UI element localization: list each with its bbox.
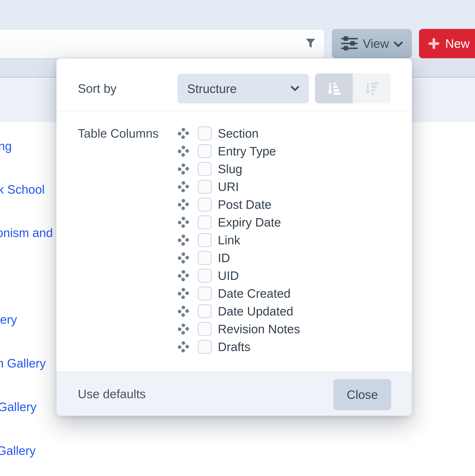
column-checkbox[interactable] (198, 198, 212, 211)
column-option-row: Post Date (178, 196, 300, 213)
close-button[interactable]: Close (333, 379, 391, 410)
column-label: Expiry Date (218, 215, 281, 229)
sort-attribute-select[interactable]: Structure (177, 74, 309, 103)
popup-footer: Use defaults Close (56, 372, 412, 416)
column-checkbox[interactable] (198, 304, 212, 318)
column-option-row: URI (178, 178, 300, 196)
column-label: URI (218, 180, 239, 194)
column-label: Section (218, 126, 258, 140)
column-checkbox[interactable] (198, 144, 212, 158)
column-label: Date Created (218, 286, 290, 301)
sort-attribute-value: Structure (187, 82, 291, 96)
drag-handle-icon[interactable] (178, 163, 189, 174)
use-defaults-link[interactable]: Use defaults (78, 387, 146, 401)
column-label: Entry Type (218, 144, 276, 158)
entry-link[interactable]: onism and (0, 226, 53, 240)
column-checkbox[interactable] (198, 287, 212, 300)
sort-descending-button[interactable] (353, 73, 390, 103)
column-option-row: Expiry Date (178, 213, 300, 231)
entries-index-page: ng k School onism and lery n Gallery Gal… (0, 0, 475, 476)
popup-divider (56, 111, 412, 111)
column-checkbox[interactable] (198, 180, 212, 194)
column-checkbox[interactable] (198, 215, 212, 229)
column-checkbox[interactable] (198, 340, 212, 354)
column-checkbox[interactable] (198, 126, 212, 140)
sort-by-label: Sort by (78, 82, 117, 95)
column-option-row: Revision Notes (178, 320, 300, 338)
column-label: ID (218, 251, 230, 265)
entry-link[interactable]: n Gallery (0, 357, 46, 370)
column-option-row: Date Updated (178, 302, 300, 320)
column-option-row: Entry Type (178, 142, 300, 160)
entry-link[interactable]: lery (0, 313, 17, 326)
drag-handle-icon[interactable] (178, 128, 189, 139)
drag-handle-icon[interactable] (178, 323, 189, 335)
column-option-row: Date Created (178, 285, 300, 302)
drag-handle-icon[interactable] (178, 288, 189, 299)
column-option-row: UID (178, 267, 300, 285)
column-label: Date Updated (218, 304, 293, 318)
sliders-icon (341, 36, 358, 51)
new-button[interactable]: New (419, 29, 475, 58)
column-option-row: Section (178, 124, 300, 142)
drag-handle-icon[interactable] (178, 199, 189, 210)
table-columns-label: Table Columns (78, 126, 159, 140)
view-options-popup: Sort by Structure (56, 58, 412, 416)
filter-funnel-icon[interactable] (305, 38, 316, 50)
entry-link[interactable]: ng (0, 139, 12, 153)
drag-handle-icon[interactable] (178, 235, 189, 246)
view-button-label: View (363, 36, 389, 51)
column-option-row: ID (178, 249, 300, 267)
drag-handle-icon[interactable] (178, 181, 189, 192)
chevron-down-icon (291, 86, 299, 91)
column-label: Post Date (218, 197, 271, 212)
sort-descending-icon (365, 82, 379, 95)
view-button[interactable]: View (332, 29, 412, 58)
sort-ascending-icon (327, 82, 341, 95)
column-checkbox[interactable] (198, 322, 212, 336)
column-label: UID (218, 269, 239, 283)
column-label: Drafts (218, 340, 251, 354)
drag-handle-icon[interactable] (178, 270, 189, 281)
column-option-row: Link (178, 231, 300, 249)
drag-handle-icon[interactable] (178, 217, 189, 228)
column-checkbox[interactable] (198, 251, 212, 265)
search-input[interactable] (0, 29, 324, 58)
column-label: Slug (218, 162, 242, 176)
drag-handle-icon[interactable] (178, 146, 189, 157)
entry-link[interactable]: Gallery (0, 444, 35, 458)
plus-icon (428, 38, 440, 49)
sort-direction-group (315, 73, 390, 103)
column-option-row: Drafts (178, 338, 300, 356)
column-label: Revision Notes (218, 322, 300, 336)
drag-handle-icon[interactable] (178, 252, 189, 263)
drag-handle-icon[interactable] (178, 306, 189, 317)
column-checkbox[interactable] (198, 162, 212, 176)
column-checkbox[interactable] (198, 233, 212, 247)
new-button-label: New (445, 36, 470, 51)
table-columns-list: Section Entry Type Slug URI Post Date (178, 124, 300, 356)
column-label: Link (218, 233, 240, 247)
chevron-down-icon (394, 42, 403, 47)
entry-link[interactable]: Gallery (0, 400, 36, 414)
column-option-row: Slug (178, 160, 300, 178)
column-checkbox[interactable] (198, 269, 212, 283)
entry-link[interactable]: k School (0, 183, 45, 196)
sort-ascending-button[interactable] (315, 73, 353, 103)
drag-handle-icon[interactable] (178, 341, 189, 352)
